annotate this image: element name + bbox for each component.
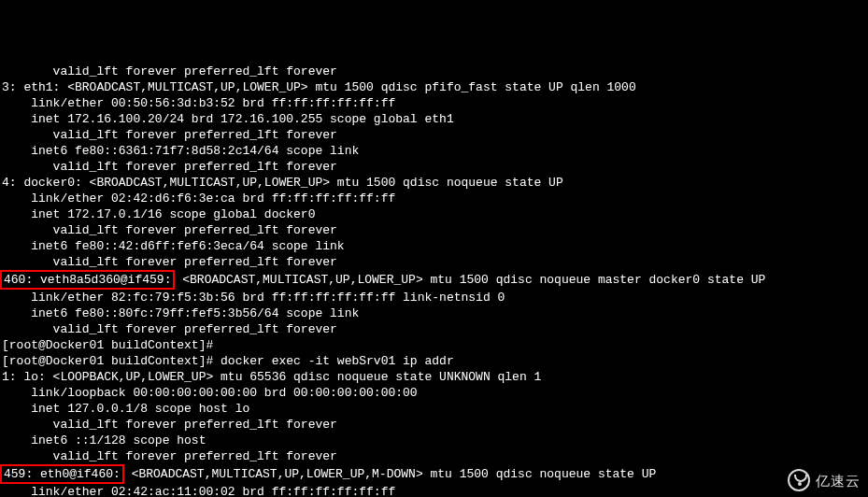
terminal-line: inet 127.0.0.1/8 scope host lo <box>2 401 866 417</box>
terminal-line: link/ether 02:42:d6:f6:3e:ca brd ff:ff:f… <box>2 191 866 206</box>
terminal-line: valid_lft forever preferred_lft forever <box>2 448 866 464</box>
terminal-line: 459: eth0@if460: <BROADCAST,MULTICAST,UP… <box>2 464 866 484</box>
terminal-line: valid_lft forever preferred_lft forever <box>2 417 866 433</box>
terminal-line: valid_lft forever preferred_lft forever <box>2 222 866 238</box>
terminal-line: link/ether 02:42:ac:11:00:02 brd ff:ff:f… <box>2 484 866 497</box>
watermark-text: 亿速云 <box>816 473 861 489</box>
terminal-line: inet6 fe80::80fc:79ff:fef5:3b56/64 scope… <box>2 305 866 321</box>
terminal-line: inet6 fe80::6361:71f7:8d58:2c14/64 scope… <box>2 143 866 159</box>
terminal-line: valid_lft forever preferred_lft forever <box>2 127 866 143</box>
terminal-line: [root@Docker01 buildContext]# docker exe… <box>2 353 866 369</box>
cloud-icon <box>788 469 810 491</box>
terminal-line: link/ether 82:fc:79:f5:3b:56 brd ff:ff:f… <box>2 290 866 305</box>
highlighted-interface: 460: veth8a5d360@if459: <box>0 270 175 290</box>
terminal-line: inet6 ::1/128 scope host <box>2 433 866 448</box>
terminal-line: inet6 fe80::42:d6ff:fef6:3eca/64 scope l… <box>2 238 866 254</box>
terminal-line: 4: docker0: <BROADCAST,MULTICAST,UP,LOWE… <box>2 175 866 191</box>
terminal-line: valid_lft forever preferred_lft forever <box>2 64 866 79</box>
terminal-line: valid_lft forever preferred_lft forever <box>2 321 866 337</box>
terminal-line: 460: veth8a5d360@if459: <BROADCAST,MULTI… <box>2 270 866 290</box>
highlighted-interface: 459: eth0@if460: <box>0 464 124 484</box>
terminal-line: valid_lft forever preferred_lft forever <box>2 254 866 270</box>
terminal-output[interactable]: valid_lft forever preferred_lft forever3… <box>0 64 868 497</box>
terminal-line: inet 172.16.100.20/24 brd 172.16.100.255… <box>2 111 866 127</box>
terminal-line: link/ether 00:50:56:3d:b3:52 brd ff:ff:f… <box>2 95 866 111</box>
terminal-line: 3: eth1: <BROADCAST,MULTICAST,UP,LOWER_U… <box>2 79 866 95</box>
terminal-line: [root@Docker01 buildContext]# <box>2 337 866 353</box>
terminal-line: 1: lo: <LOOPBACK,UP,LOWER_UP> mtu 65536 … <box>2 369 866 385</box>
terminal-line: link/loopback 00:00:00:00:00:00 brd 00:0… <box>2 385 866 401</box>
terminal-line: valid_lft forever preferred_lft forever <box>2 159 866 175</box>
watermark: 亿速云 <box>788 469 861 491</box>
terminal-line: inet 172.17.0.1/16 scope global docker0 <box>2 206 866 222</box>
